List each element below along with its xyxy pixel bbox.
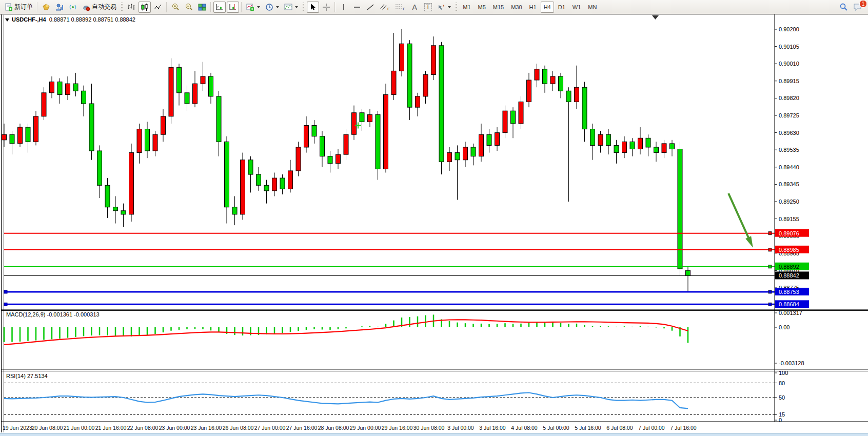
indicators-button[interactable] [244,2,262,13]
price-line-handle[interactable] [768,248,772,251]
time-axis-label[interactable]: 5 Jul 00:00 [543,425,569,431]
candle [582,87,587,129]
time-axis-label[interactable]: 23 Jun 00:00 [159,425,190,431]
horizontal-line-tool-button[interactable] [351,2,363,13]
timeframe-button-M15[interactable]: M15 [490,2,507,13]
new-order-button[interactable]: 新订单 [3,2,35,13]
time-axis-label[interactable]: 5 Jul 16:00 [575,425,601,431]
timeframe-button-H1[interactable]: H1 [526,2,540,13]
periods-button[interactable] [263,2,281,13]
time-axis-label[interactable]: 7 Jul 16:00 [670,425,697,431]
time-axis-label[interactable]: 7 Jul 00:00 [638,425,665,431]
notifications-button[interactable]: 1 [851,2,864,13]
price-tag-label: 0.88684 [779,301,799,307]
time-axis-label[interactable]: 20 Jun 08:00 [32,425,63,431]
time-axis-label[interactable]: 19 Jun 2023 [3,425,32,431]
market-watch-button[interactable] [53,2,66,13]
time-axis-label[interactable]: 29 Jun 16:00 [382,425,413,431]
main-toolbar: 新订单 自动交易 [0,0,868,14]
time-axis-label[interactable]: 27 Jun 16:00 [286,425,318,431]
deposit-button[interactable] [40,2,52,13]
search-icon [839,3,848,11]
auto-scroll-button[interactable] [213,2,226,13]
toolbar-grip[interactable] [456,3,457,12]
time-axis-label[interactable]: 29 Jun 00:00 [350,425,381,431]
rsi-axis-label: 80 [779,380,785,386]
cursor-icon [309,3,317,11]
price-tag-label: 0.89076 [779,230,799,236]
search-button[interactable] [837,2,850,13]
time-axis-label[interactable]: 4 Jul 08:00 [511,425,538,431]
candle [113,207,118,211]
timeframe-button-M30[interactable]: M30 [508,2,525,13]
timeframe-group: M1M5M15M30H1H4D1W1MN [459,2,600,13]
crosshair-icon [322,3,330,11]
time-axis-label[interactable]: 3 Jul 00:00 [447,425,474,431]
price-line-handle[interactable] [768,303,772,306]
time-axis-label[interactable]: 3 Jul 16:00 [479,425,506,431]
indicators-caret-icon [257,6,260,8]
time-axis-label[interactable]: 30 Jun 08:00 [413,425,445,431]
timeframe-button-H4[interactable]: H4 [541,2,554,13]
time-axis-label[interactable]: 21 Jun 00:00 [64,425,95,431]
candle [471,147,476,156]
price-line-handle[interactable] [4,303,7,306]
chart-window-bg [0,14,868,436]
fibonacci-tool-button[interactable]: F [393,2,407,13]
price-line-handle[interactable] [768,290,772,293]
periods-caret-icon [276,6,279,8]
arrows-tool-button[interactable] [435,2,453,13]
time-axis-label[interactable]: 21 Jun 16:00 [95,425,127,431]
price-axis-label: 0.89915 [779,78,799,84]
cursor-tool-button[interactable] [307,2,319,13]
price-line-handle[interactable] [768,265,772,268]
signals-button[interactable] [67,2,79,13]
time-axis-label[interactable]: 6 Jul 08:00 [606,425,633,431]
timeframe-button-MN[interactable]: MN [585,2,600,13]
autotrade-button[interactable]: 自动交易 [80,2,119,13]
candle [455,153,460,160]
toolbar-grip[interactable] [121,3,123,12]
vertical-line-tool-button[interactable] [338,2,350,13]
chart-collapse-icon[interactable] [5,18,9,22]
candle [34,116,38,142]
toolbar-grip[interactable] [303,3,304,12]
tile-windows-button[interactable] [196,2,208,13]
zoom-out-button[interactable] [183,2,195,13]
chart-shift-button[interactable] [227,2,239,13]
timeframe-button-M5[interactable]: M5 [475,2,489,13]
candle [463,147,468,160]
time-axis-label[interactable]: 27 Jun 00:00 [254,425,286,431]
candlestick-chart-button[interactable] [139,2,151,13]
bar-chart-button[interactable] [125,2,137,13]
timeframe-button-M1[interactable]: M1 [460,2,474,13]
rsi-value: 27.5134 [27,373,48,379]
channel-tool-button[interactable]: E [378,2,392,13]
candle [257,174,261,185]
candle [137,129,142,153]
candle [566,91,571,102]
line-chart-button[interactable] [152,2,164,13]
templates-button[interactable] [282,2,300,13]
zoom-in-button[interactable] [169,2,182,13]
candle [225,142,229,207]
channel-letter: E [387,7,390,11]
price-axis-label: 0.90010 [779,61,799,67]
arrows-caret-icon [448,6,451,8]
time-axis-label[interactable]: 23 Jun 16:00 [191,425,222,431]
text-tool-button[interactable]: A [408,2,421,13]
autotrade-icon [82,3,90,11]
time-axis-label[interactable]: 26 Jun 08:00 [223,425,254,431]
time-axis-label[interactable]: 28 Jun 08:00 [318,425,349,431]
price-line-handle[interactable] [4,290,7,293]
macd-values: -0.001361 -0.000313 [47,311,99,318]
trendline-tool-button[interactable] [364,2,377,13]
price-line-handle[interactable] [768,232,772,235]
time-axis-label[interactable]: 22 Jun 08:00 [127,425,159,431]
timeframe-button-D1[interactable]: D1 [555,2,568,13]
crosshair-tool-button[interactable] [320,2,332,13]
separator [334,2,336,12]
timeframe-button-W1[interactable]: W1 [569,2,584,13]
text-label-tool-button[interactable]: T [422,2,434,13]
templates-caret-icon [295,6,298,8]
